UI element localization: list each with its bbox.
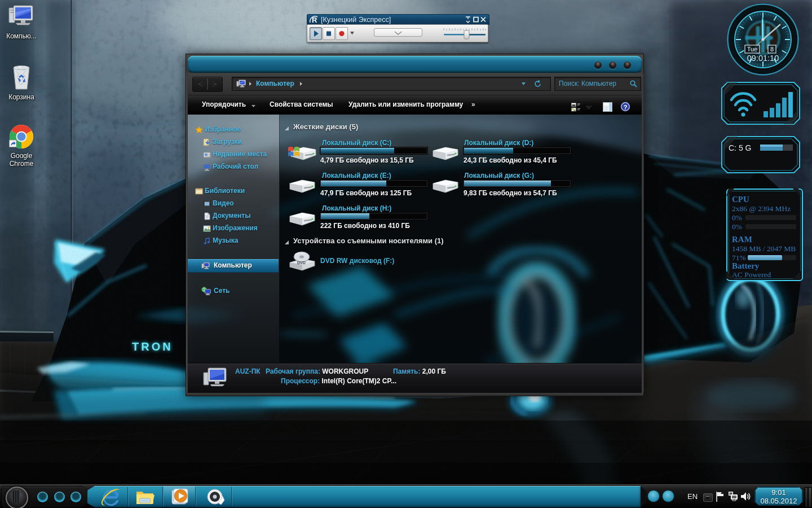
svg-text:Tue: Tue <box>747 46 758 52</box>
svg-text:09:01:10: 09:01:10 <box>747 54 779 63</box>
svg-text:C: 5 G: C: 5 G <box>729 143 751 152</box>
svg-text:R: R <box>312 16 317 24</box>
svg-text:DVD: DVD <box>297 261 306 265</box>
svg-text:?: ? <box>623 104 627 111</box>
svg-text:8: 8 <box>770 46 774 52</box>
